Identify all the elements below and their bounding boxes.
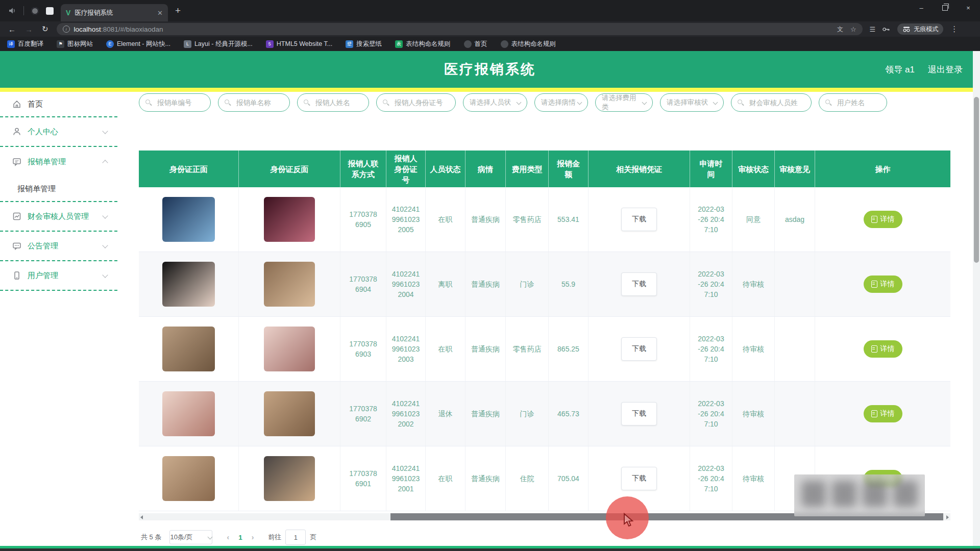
download-button[interactable]: 下载 [621, 208, 657, 231]
sidebar-item-announcement-mgmt[interactable]: 公告管理 [0, 232, 117, 261]
sidebar-item-user-mgmt[interactable]: 用户管理 [0, 261, 117, 291]
window-close-button[interactable]: × [957, 0, 980, 15]
bookmark-item[interactable]: 5HTML5 Website T... [266, 40, 332, 48]
page-size-select[interactable]: 10条/页 [169, 530, 212, 544]
id-front-photo[interactable] [162, 456, 215, 501]
sidebar-item-reimbursement-mgmt[interactable]: 报销单管理 [0, 147, 117, 177]
blurred-watermark [794, 474, 925, 516]
chevron-down-icon [577, 99, 582, 105]
bookmark-item[interactable]: 壁搜索壁纸 [346, 40, 382, 48]
col-actions: 操作 [815, 151, 950, 187]
order-no-input[interactable] [156, 98, 204, 107]
id-back-photo[interactable] [264, 197, 315, 242]
sidebar-subitem-reimbursement-list[interactable]: 报销单管理 [0, 177, 117, 202]
tab-close-icon[interactable]: ✕ [157, 9, 163, 17]
pinned-tab-globe-icon[interactable] [31, 7, 39, 15]
col-id-number: 报销人身份证号 [386, 151, 426, 187]
cell-fee-type: 住院 [506, 446, 549, 511]
user-name-input[interactable] [836, 98, 880, 107]
bookmark-star-icon[interactable]: ☆ [850, 26, 856, 33]
bookmark-favicon: 表 [395, 40, 403, 48]
download-button[interactable]: 下载 [621, 402, 657, 425]
goto-page-input[interactable] [285, 530, 306, 545]
bookmark-favicon: 译 [7, 40, 15, 48]
bookmark-item[interactable]: EElement - 网站快... [106, 40, 170, 48]
logout-button[interactable]: 退出登录 [928, 64, 963, 76]
sidebar-item-home[interactable]: 首页 [0, 92, 117, 117]
filter-order-name[interactable] [218, 93, 290, 112]
cell-id-number: 410224199610232004 [386, 252, 426, 316]
filter-person-status-select[interactable]: 请选择人员状 [463, 93, 527, 112]
site-info-icon[interactable]: i [63, 26, 70, 33]
key-icon[interactable] [883, 27, 890, 32]
url-text[interactable]: localhost:8081/#/biaoxiaodan [74, 26, 163, 33]
sidebar-item-finance-auditor-mgmt[interactable]: 财会审核人员管理 [0, 202, 117, 232]
filter-order-no[interactable] [139, 93, 211, 112]
id-front-photo[interactable] [162, 262, 215, 307]
id-back-photo[interactable] [264, 456, 315, 501]
next-page-button[interactable]: › [252, 533, 254, 541]
id-back-photo[interactable] [264, 391, 315, 436]
search-icon [304, 99, 310, 106]
address-bar[interactable]: i localhost:8081/#/biaoxiaodan 文 ☆ [57, 23, 863, 35]
sidebar-item-personal-center[interactable]: 个人中心 [0, 117, 117, 147]
auditor-name-input[interactable] [748, 98, 805, 107]
filter-person-id[interactable] [376, 93, 456, 112]
bookmark-item[interactable]: 表结构命名规则 [501, 40, 556, 48]
prev-page-button[interactable]: ‹ [227, 533, 229, 541]
download-button[interactable]: 下载 [621, 272, 657, 296]
id-front-photo[interactable] [162, 197, 215, 242]
filter-person-name[interactable] [297, 93, 369, 112]
chevron-down-icon [713, 99, 718, 105]
cell-fee-type: 零售药店 [506, 187, 549, 252]
id-front-photo[interactable] [162, 327, 215, 371]
current-user[interactable]: 领导 a1 [885, 64, 915, 76]
filter-disease-select[interactable]: 请选择病情 [534, 93, 588, 112]
person-id-input[interactable] [394, 98, 449, 107]
translate-icon[interactable]: 文 [837, 25, 843, 34]
pinned-tab-icon[interactable] [46, 7, 54, 15]
person-name-input[interactable] [314, 98, 362, 107]
id-back-photo[interactable] [264, 262, 315, 307]
detail-button[interactable]: 详情 [864, 340, 902, 358]
volume-icon[interactable] [8, 7, 16, 15]
download-button[interactable]: 下载 [621, 337, 657, 361]
reload-button[interactable]: ↻ [42, 24, 48, 34]
filter-audit-status-select[interactable]: 请选择审核状 [660, 93, 724, 112]
window-restore-button[interactable] [933, 0, 957, 15]
bookmark-item[interactable]: LLayui - 经典开源模... [184, 40, 253, 48]
cell-person-status: 离职 [426, 252, 465, 316]
cell-audit-opinion [775, 382, 815, 446]
current-page[interactable]: 1 [238, 534, 242, 541]
search-icon [225, 99, 231, 106]
download-button[interactable]: 下载 [621, 467, 657, 490]
cell-amount: 465.73 [549, 382, 589, 446]
vertical-scrollbar[interactable] [973, 51, 980, 546]
detail-button[interactable]: 详情 [864, 276, 902, 293]
order-name-input[interactable] [235, 98, 283, 107]
active-tab[interactable]: V 医疗报销系统 ✕ [61, 4, 168, 21]
bookmark-item[interactable]: 表表结构命名规则 [395, 40, 451, 48]
scroll-right-arrow-icon[interactable] [946, 515, 949, 519]
bookmark-item[interactable]: 译百度翻译 [7, 40, 43, 48]
filter-auditor-name[interactable] [731, 93, 812, 112]
id-back-photo[interactable] [264, 327, 315, 371]
filter-user-name[interactable] [819, 93, 887, 112]
bookmark-item[interactable]: 首页 [464, 40, 487, 48]
bookmark-item[interactable]: ⚑图标网站 [57, 40, 93, 48]
id-front-photo[interactable] [162, 391, 215, 436]
new-tab-button[interactable]: + [175, 5, 181, 16]
detail-button[interactable]: 详情 [864, 405, 902, 422]
filter-fee-type-select[interactable]: 请选择费用类 [595, 93, 653, 112]
cell-apply-time: 2022-03-26 20:47:10 [690, 317, 732, 381]
window-minimize-button[interactable]: – [910, 0, 933, 15]
reading-list-icon[interactable]: ☰ [870, 26, 876, 33]
back-button[interactable]: ← [8, 25, 16, 34]
scroll-left-arrow-icon[interactable] [140, 515, 143, 519]
browser-menu-icon[interactable]: ⋮ [950, 24, 958, 34]
detail-button[interactable]: 详情 [864, 211, 902, 228]
forward-button[interactable]: → [25, 25, 33, 34]
vertical-scrollbar-thumb[interactable] [974, 97, 979, 263]
table-row: 17703786902 410224199610232002 退休 普通疾病 门… [139, 382, 950, 446]
cell-apply-time: 2022-03-26 20:47:10 [690, 446, 732, 511]
